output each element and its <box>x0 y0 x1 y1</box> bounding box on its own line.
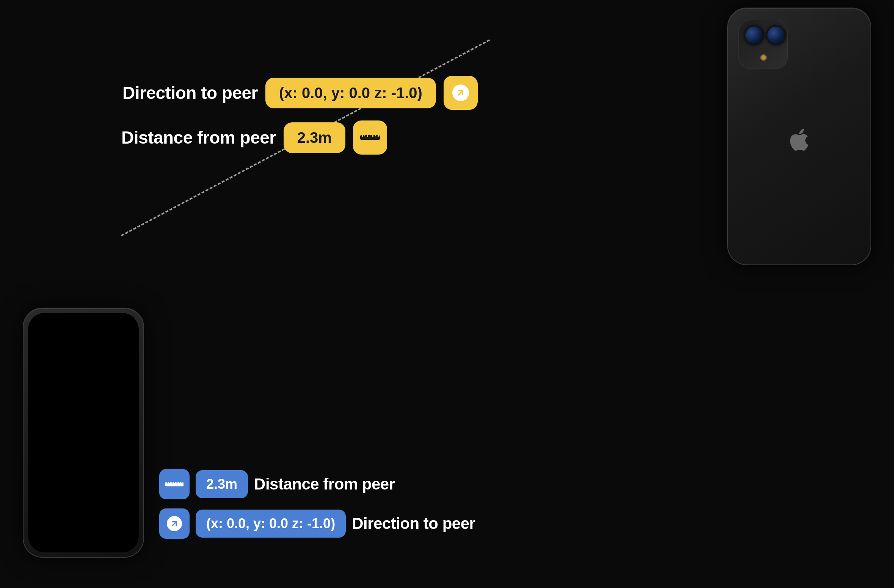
distance-row-bottom: 2.3m Distance from peer <box>159 469 475 499</box>
ruler-badge-top <box>353 120 387 155</box>
direction-row-bottom: (x: 0.0, y: 0.0 z: -1.0) Direction to pe… <box>159 508 475 539</box>
phone-screen <box>28 313 139 552</box>
svg-rect-4 <box>370 134 370 136</box>
phone-back <box>727 8 871 265</box>
ruler-icon-top <box>360 132 380 143</box>
svg-rect-14 <box>179 482 180 483</box>
arrow-badge-top <box>444 76 478 110</box>
distance-value-top: 2.3m <box>284 122 345 153</box>
camera-lens-1 <box>744 25 764 45</box>
svg-rect-5 <box>372 134 373 137</box>
distance-label-bottom: Distance from peer <box>254 475 395 493</box>
phone-notch <box>63 313 104 323</box>
bottom-info-section: 2.3m Distance from peer (x: 0.0, y: 0.0 … <box>159 469 475 539</box>
svg-rect-10 <box>169 482 170 483</box>
svg-rect-13 <box>177 481 178 483</box>
ruler-icon-bottom <box>165 479 184 489</box>
direction-row-top: Direction to peer (x: 0.0, y: 0.0 z: -1.… <box>121 76 478 110</box>
arrow-icon-top <box>452 84 469 101</box>
camera-module <box>739 20 788 69</box>
camera-lens-2 <box>766 25 786 45</box>
apple-logo-icon <box>788 128 811 155</box>
svg-rect-1 <box>362 134 363 137</box>
distance-label-top: Distance from peer <box>121 127 276 148</box>
svg-rect-15 <box>182 481 183 483</box>
top-info-section: Direction to peer (x: 0.0, y: 0.0 z: -1.… <box>121 76 478 155</box>
distance-row-top: Distance from peer 2.3m <box>121 120 478 155</box>
phone-back-body <box>727 8 871 265</box>
arrow-icon-bottom <box>167 516 182 531</box>
phone-front-body <box>23 308 144 558</box>
svg-rect-2 <box>364 134 365 136</box>
svg-rect-11 <box>172 481 173 483</box>
direction-label-top: Direction to peer <box>121 83 258 103</box>
svg-rect-9 <box>167 481 168 483</box>
svg-rect-7 <box>378 134 379 137</box>
svg-rect-12 <box>174 482 175 483</box>
direction-value-bottom: (x: 0.0, y: 0.0 z: -1.0) <box>196 510 346 538</box>
svg-rect-6 <box>375 134 376 136</box>
direction-value-top: (x: 0.0, y: 0.0 z: -1.0) <box>265 78 436 108</box>
ruler-badge-bottom <box>159 469 190 499</box>
arrow-badge-bottom <box>159 508 190 539</box>
direction-label-bottom: Direction to peer <box>352 514 475 533</box>
svg-rect-3 <box>367 134 368 137</box>
distance-value-bottom: 2.3m <box>196 470 248 498</box>
phone-front <box>23 308 144 558</box>
camera-flash <box>760 54 767 61</box>
